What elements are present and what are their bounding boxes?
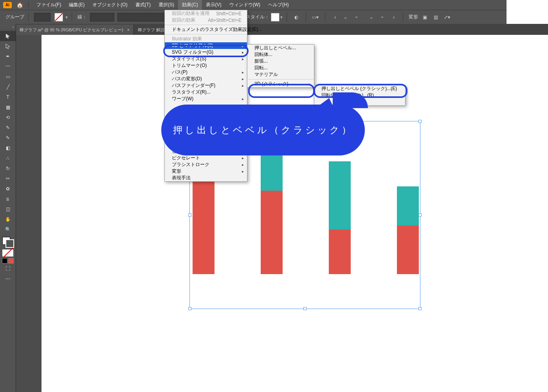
- transform-icon-2[interactable]: ▥: [431, 12, 442, 23]
- transform-icon-1[interactable]: ▣: [420, 12, 431, 23]
- swatch-red[interactable]: [8, 258, 14, 264]
- menu-view[interactable]: 表示(V): [202, 0, 225, 10]
- chart-bar-3[interactable]: [329, 161, 351, 274]
- mi-rasterize[interactable]: ラスタライズ(R)...: [165, 89, 247, 96]
- align-left-icon[interactable]: ⫞: [329, 12, 340, 23]
- titlebar: Ai 🏠 ファイル(F) 編集(E) オブジェクト(O) 書式(T) 選択(S)…: [0, 0, 507, 10]
- eyedropper-tool[interactable]: ✎: [0, 133, 16, 143]
- pen-tool[interactable]: ✒: [0, 51, 16, 61]
- mi-pixelate[interactable]: ピクセレート: [165, 155, 247, 161]
- mi-trimmark[interactable]: トリムマーク(O): [165, 62, 247, 69]
- rectangle-tool[interactable]: ▭: [0, 72, 16, 82]
- style-label: スタイル：: [246, 14, 269, 20]
- rotate2-tool[interactable]: ↻: [0, 163, 16, 173]
- menubar: ファイル(F) 編集(E) オブジェクト(O) 書式(T) 選択(S) 効果(C…: [32, 0, 293, 10]
- app-logo-icon[interactable]: Ai: [3, 2, 12, 8]
- curvature-tool[interactable]: 〰: [0, 61, 16, 72]
- transform-label: 変形: [409, 14, 418, 20]
- mi-expression[interactable]: 表現手法: [165, 175, 247, 181]
- rotate-tool[interactable]: ⟲: [0, 112, 16, 123]
- mi-path-deform[interactable]: パスの変形(D): [165, 76, 247, 82]
- recolor-icon[interactable]: ◐: [291, 12, 302, 23]
- hand-tool[interactable]: ✋: [0, 214, 16, 224]
- transform-icon-3[interactable]: ⤢▾: [442, 12, 452, 23]
- mi-inflate[interactable]: 膨張...: [247, 58, 314, 65]
- mi-path[interactable]: パス(P): [165, 69, 247, 76]
- mi-extrude-bevel[interactable]: 押し出しとベベル...: [247, 45, 314, 51]
- effect-menu: 前回の効果を適用Shift+Ctrl+E 前回の効果Alt+Shift+Ctrl…: [164, 10, 247, 182]
- blend-tool[interactable]: ∴: [0, 153, 16, 163]
- menu-help[interactable]: ヘルプ(H): [264, 0, 293, 10]
- panel-expand-icon[interactable]: »: [0, 24, 16, 30]
- default-fill-icon[interactable]: [2, 249, 13, 257]
- mi-last[interactable]: 前回の効果Alt+Shift+Ctrl+E: [165, 17, 247, 23]
- selection-tool[interactable]: [0, 31, 16, 41]
- menu-select[interactable]: 選択(S): [155, 0, 178, 10]
- menu-effect[interactable]: 効果(C): [178, 0, 202, 10]
- mi-distort[interactable]: 変形: [165, 168, 247, 175]
- align-bottom-icon[interactable]: ⫞: [388, 12, 399, 23]
- free-transform-tool[interactable]: ▦: [0, 102, 16, 112]
- align-icon-1[interactable]: ▭▾: [310, 12, 321, 23]
- spray-tool[interactable]: ✿: [0, 184, 16, 194]
- home-icon[interactable]: 🏠: [15, 0, 24, 10]
- mi-raster-settings[interactable]: ドキュメントのラスタライズ効果設定(E)...: [165, 26, 247, 33]
- type-tool[interactable]: T: [0, 92, 16, 102]
- mi-stylize[interactable]: スタイライズ(S): [165, 56, 247, 62]
- control-bar: グループ ▾ 線： % > スタイル： ▾ ◐ ▭▾ ⫞ ⫠ ⫟ ⫠ ⫟ ⫞ 変…: [0, 10, 507, 24]
- mi-pathfinder[interactable]: パスファインダー(F): [165, 82, 247, 89]
- help-dropdown[interactable]: [34, 13, 50, 22]
- mi-apply-last[interactable]: 前回の効果を適用Shift+Ctrl+E: [165, 10, 247, 17]
- menu-edit[interactable]: 編集(E): [65, 0, 88, 10]
- graph-tool[interactable]: ⫼: [0, 194, 16, 204]
- align-vcenter-icon[interactable]: ⫟: [377, 12, 388, 23]
- direct-selection-tool[interactable]: [0, 41, 16, 51]
- fill-swatch[interactable]: [54, 13, 63, 22]
- screen-mode-tool[interactable]: ⛶: [0, 264, 16, 274]
- shape-builder-tool[interactable]: ◧: [0, 143, 16, 153]
- annotation-callout: 押し出しとベベル（クラシック）: [161, 105, 365, 155]
- selection-type-label: グループ: [5, 14, 24, 20]
- mi-extrude-bevel-classic[interactable]: 押し出しとベベル (クラシック)...(E): [314, 85, 405, 92]
- align-right-icon[interactable]: ⫟: [351, 12, 362, 23]
- slice-tool[interactable]: ◫: [0, 204, 16, 214]
- mi-3d-material[interactable]: 3D とマテリアル(3): [165, 42, 247, 49]
- submenu-3d-material: 押し出しとベベル... 回転体... 膨張... 回転... マテリアル 3D …: [247, 44, 314, 88]
- align-top-icon[interactable]: ⫠: [366, 12, 377, 23]
- style-swatch[interactable]: [271, 13, 279, 22]
- brush-tool[interactable]: ✎: [0, 123, 16, 133]
- document-tabs: 棒グラフ.ai* @ 95 % (RGB/CPU ピクセルプレビュー) × 棒グ…: [16, 24, 548, 35]
- close-icon[interactable]: ×: [127, 27, 130, 32]
- mi-revolve[interactable]: 回転体...: [247, 51, 314, 58]
- scissors-tool[interactable]: ✂: [0, 173, 16, 184]
- tab-label: 棒グラフ.ai* @ 95 % (RGB/CPU ピクセルプレビュー): [20, 27, 123, 33]
- zoom-tool[interactable]: 🔍: [0, 224, 16, 235]
- mi-3d-classic[interactable]: 3D (クラシック): [247, 81, 314, 87]
- stroke-weight-field[interactable]: [90, 13, 114, 22]
- canvas-area: [16, 35, 507, 392]
- stroke-label: 線：: [78, 14, 87, 20]
- annotation-callout-text: 押し出しとベベル（クラシック）: [173, 124, 353, 136]
- swatch-black[interactable]: [2, 258, 7, 264]
- mi-svg-filter[interactable]: SVG フィルター(G): [165, 49, 247, 56]
- mi-brushstroke[interactable]: ブラシストローク: [165, 161, 247, 168]
- menu-object[interactable]: オブジェクト(O): [88, 0, 131, 10]
- fill-stroke-swatches[interactable]: [0, 237, 16, 264]
- menu-header-illustrator: Illustrator 効果: [165, 36, 247, 42]
- tool-panel: » ✒ 〰 ▭ ╱ T ▦ ⟲ ✎ ✎ ◧ ∴ ↻ ✂ ✿ ⫼ ◫ ✋ 🔍: [0, 24, 16, 392]
- edit-toolbar[interactable]: ⋯: [0, 274, 16, 284]
- menu-format[interactable]: 書式(T): [132, 0, 155, 10]
- line-tool[interactable]: ╱: [0, 82, 16, 92]
- mi-material[interactable]: マテリアル: [247, 71, 314, 78]
- tab-document-1[interactable]: 棒グラフ.ai* @ 95 % (RGB/CPU ピクセルプレビュー) ×: [16, 25, 134, 35]
- align-hcenter-icon[interactable]: ⫠: [340, 12, 351, 23]
- mi-rotate[interactable]: 回転...: [247, 65, 314, 71]
- menu-window[interactable]: ウィンドウ(W): [225, 0, 264, 10]
- chart-bar-4[interactable]: [397, 186, 419, 274]
- artboard-canvas[interactable]: [41, 35, 507, 392]
- mi-warp[interactable]: ワープ(W): [165, 96, 247, 102]
- menu-file[interactable]: ファイル(F): [32, 0, 65, 10]
